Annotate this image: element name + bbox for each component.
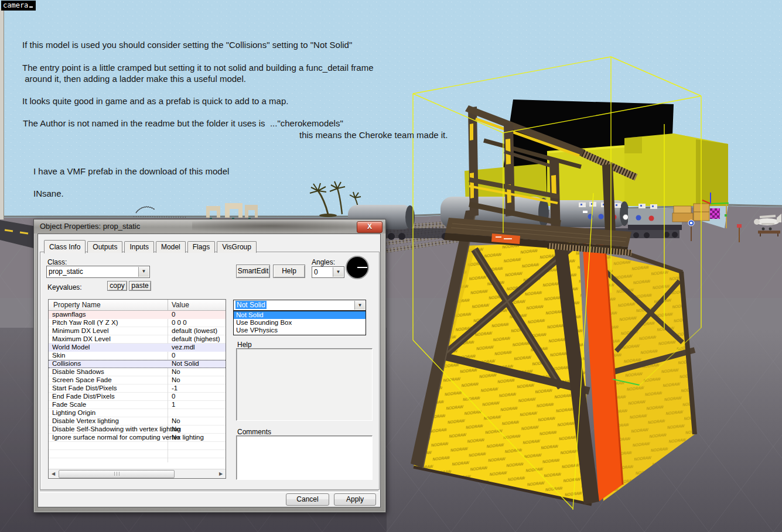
property-value: No xyxy=(172,434,180,441)
keyvalues-label: Keyvalues: xyxy=(47,283,82,291)
annotation-line: The entry point is a little cramped but … xyxy=(22,63,374,73)
property-row[interactable]: Lighting Origin xyxy=(49,409,226,417)
property-name: Start Fade Dist/Pixels xyxy=(52,385,117,392)
property-value: Not Solid xyxy=(172,361,199,367)
property-name: Disable Self-Shadowing with vertex light… xyxy=(52,425,181,433)
scroll-left-arrow-icon[interactable]: ◀ xyxy=(49,470,57,478)
help-text-box xyxy=(236,348,373,421)
property-value: -1 xyxy=(172,385,177,392)
annotation-collisions: If this model is used you should conside… xyxy=(22,39,352,50)
property-row[interactable]: End Fade Dist/Pixels0 xyxy=(49,393,226,401)
collisions-dropdown-list: Not SolidUse Bounding BoxUse VPhysics xyxy=(233,311,366,335)
property-name: Disable Shadows xyxy=(52,368,104,376)
tab-inputs[interactable]: Inputs xyxy=(124,241,154,253)
property-row[interactable]: Maximum DX Leveldefault (highest) xyxy=(49,335,226,344)
property-row[interactable]: Start Fade Dist/Pixels-1 xyxy=(49,385,226,393)
property-value: 1 xyxy=(172,401,175,409)
collisions-selected-value: Not Solid xyxy=(235,301,267,309)
property-value: 0 0 0 xyxy=(172,319,187,327)
property-name: End Fade Dist/Pixels xyxy=(52,393,115,400)
help-button[interactable]: Help xyxy=(273,265,305,278)
chevron-down-icon[interactable]: ▼ xyxy=(138,267,149,277)
property-row[interactable]: spawnflags0 xyxy=(49,311,226,319)
tab-model[interactable]: Model xyxy=(156,241,186,253)
property-name: Fade Scale xyxy=(52,401,86,409)
collisions-option[interactable]: Use Bounding Box xyxy=(234,319,366,327)
collisions-option[interactable]: Not Solid xyxy=(234,311,366,319)
property-grid[interactable]: Property Name Value spawnflags0Pitch Yaw… xyxy=(48,299,226,479)
hammer-3d-view: NODRAW NODRAW xyxy=(0,0,782,532)
paste-button[interactable]: paste xyxy=(129,281,151,291)
tab-flags[interactable]: Flags xyxy=(187,241,215,253)
tab-class-info[interactable]: Class Info xyxy=(44,240,86,253)
viewport-edge xyxy=(0,8,4,219)
property-row[interactable]: World Modelvez.mdl xyxy=(49,344,226,352)
horizontal-scrollbar[interactable]: ◀ ▶ xyxy=(49,469,226,478)
property-name: Skin xyxy=(52,352,65,359)
column-header-property: Property Name xyxy=(53,301,101,309)
cancel-button[interactable]: Cancel xyxy=(286,493,329,506)
collisions-value-text: Not Solid xyxy=(235,301,267,309)
angles-value: 0 xyxy=(314,268,318,276)
property-name: spawnflags xyxy=(52,311,86,318)
annotation-cheroke-team: this means the Cheroke team made it. xyxy=(299,129,448,140)
property-value: 0 xyxy=(172,352,175,359)
dialog-titlebar[interactable]: Object Properties: prop_static xyxy=(34,219,385,234)
property-value: vez.mdl xyxy=(172,344,195,351)
property-row[interactable]: CollisionsNot Solid xyxy=(49,360,226,368)
tab-bar: Class InfoOutputsInputsModelFlagsVisGrou… xyxy=(44,239,258,253)
annotation-author: The Author is not named in the readme bu… xyxy=(23,118,343,129)
tab-outputs[interactable]: Outputs xyxy=(87,241,122,253)
class-combobox[interactable]: prop_static ▼ xyxy=(46,266,150,278)
scrollbar-thumb[interactable] xyxy=(59,470,175,478)
smartedit-button[interactable]: SmartEdit xyxy=(236,265,270,278)
property-row[interactable]: Fade Scale1 xyxy=(49,401,226,409)
column-divider[interactable] xyxy=(168,300,168,310)
angles-combobox[interactable]: 0 ▼ xyxy=(312,266,344,278)
apply-button[interactable]: Apply xyxy=(334,493,376,506)
collisions-option[interactable]: Use VPhysics xyxy=(234,327,366,334)
annotation-entry-point: The entry point is a little cramped but … xyxy=(22,62,374,84)
property-row[interactable]: Disable Vertex lightingNo xyxy=(49,417,226,425)
class-value: prop_static xyxy=(49,267,83,276)
property-row[interactable]: Disable Self-Shadowing with vertex light… xyxy=(49,425,226,434)
property-value: default (lowest) xyxy=(172,327,217,335)
property-row[interactable]: Ignore surface normal for computing vert… xyxy=(49,434,226,442)
annotation-line: around it, then adding a ladder make thi… xyxy=(22,74,246,84)
property-value: default (highest) xyxy=(172,335,220,343)
comments-label: Comments xyxy=(237,428,271,436)
property-row[interactable]: Skin0 xyxy=(49,352,226,360)
footer-separator xyxy=(40,490,378,493)
annotation-vmf-prefab: I have a VMF prefab in the download of t… xyxy=(33,166,229,177)
property-row[interactable]: Minimum DX Leveldefault (lowest) xyxy=(49,327,226,335)
property-value: No xyxy=(172,368,180,376)
copy-button[interactable]: copy xyxy=(107,281,127,291)
chevron-down-icon[interactable]: ▼ xyxy=(333,267,343,277)
class-label: Class: xyxy=(47,258,67,266)
property-name: Disable Vertex lighting xyxy=(52,417,119,425)
annotation-signature: INsane. xyxy=(33,188,64,199)
scroll-right-arrow-icon[interactable]: ▶ xyxy=(217,470,225,478)
scrollbar-grip xyxy=(114,472,119,476)
property-value: No xyxy=(172,376,180,384)
grid-body: spawnflags0Pitch Yaw Roll (Y Z X)0 0 0Mi… xyxy=(49,311,226,462)
help-section-label: Help xyxy=(237,341,252,349)
angle-needle xyxy=(357,267,367,268)
checker-box xyxy=(710,208,720,219)
grid-header: Property Name Value xyxy=(49,300,226,311)
property-value: No xyxy=(172,425,180,433)
property-row[interactable]: Pitch Yaw Roll (Y Z X)0 0 0 xyxy=(49,319,226,327)
property-row[interactable]: Disable ShadowsNo xyxy=(49,368,226,376)
dialog-client-area: Class InfoOutputsInputsModelFlagsVisGrou… xyxy=(37,234,381,507)
angle-dial[interactable] xyxy=(346,256,369,279)
property-row[interactable]: Screen Space FadeNo xyxy=(49,376,226,385)
property-name: Minimum DX Level xyxy=(52,327,109,335)
close-button[interactable]: X xyxy=(357,221,383,233)
object-properties-dialog: Object Properties: prop_static X Class I… xyxy=(33,219,386,513)
collisions-value-combobox[interactable]: Not Solid ▼ xyxy=(233,300,366,311)
dialog-title: Object Properties: prop_static xyxy=(40,219,140,234)
chevron-down-icon[interactable]: ▼ xyxy=(354,301,365,310)
tab-visgroup[interactable]: VisGroup xyxy=(217,241,257,253)
property-name: Lighting Origin xyxy=(52,409,95,417)
comments-textarea[interactable] xyxy=(236,435,373,480)
